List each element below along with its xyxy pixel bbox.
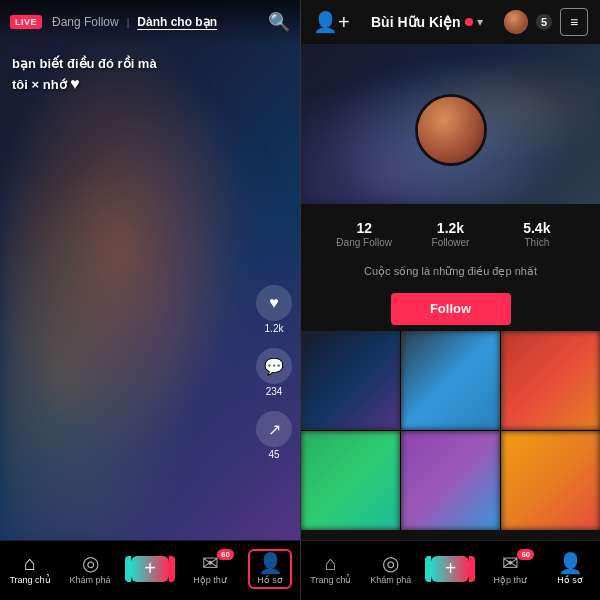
following-label: Đang Follow [325, 237, 403, 248]
grid-item-5[interactable] [401, 431, 500, 530]
video-area: bạn biết điều đó rồi mà tôi × nhớ ♥ ♥ 1.… [0, 0, 300, 540]
for-you-tab[interactable]: Dành cho bạn [133, 15, 221, 29]
left-header: LIVE Đang Follow | Dành cho bạn 🔍 [0, 0, 300, 44]
grid-item-1[interactable] [301, 331, 400, 430]
video-side-icons: ♥ 1.2k 💬 234 ↗ 45 [256, 285, 292, 460]
video-caption-overlay: bạn biết điều đó rồi mà tôi × nhớ ♥ [12, 55, 288, 96]
inbox-badge: 60 [217, 549, 234, 560]
nav-profile-right[interactable]: 👤 Hồ sơ [548, 553, 592, 585]
grid-item-2[interactable] [401, 331, 500, 430]
add-user-icon[interactable]: 👤+ [313, 10, 350, 34]
profile-avatar-container [415, 94, 487, 166]
profile-label-right: Hồ sơ [557, 575, 583, 585]
share-icon[interactable]: ↗ [256, 411, 292, 447]
create-button[interactable]: + [131, 556, 169, 582]
create-button-right[interactable]: + [431, 556, 469, 582]
profile-avatar-inner [418, 97, 484, 163]
grid-item-4[interactable] [301, 431, 400, 530]
left-phone-panel: LIVE Đang Follow | Dành cho bạn 🔍 bạn bi… [0, 0, 300, 600]
caption-line1: bạn biết điều đó rồi mà [12, 55, 288, 73]
explore-icon: ◎ [82, 553, 99, 573]
inbox-label-right: Hộp thư [494, 575, 528, 585]
header-right: 5 ≡ [504, 8, 588, 36]
nav-create-right[interactable]: + [428, 556, 472, 582]
profile-label: Hồ sơ [257, 575, 283, 585]
comment-icon[interactable]: 💬 [256, 348, 292, 384]
stat-following: 12 Đang Follow [321, 216, 407, 252]
home-label-right: Trang chủ [310, 575, 351, 585]
profile-name-header: Bùi Hữu Kiện [371, 14, 461, 30]
verified-dot [465, 18, 473, 26]
inbox-icon: ✉ [202, 553, 219, 573]
grid-item-3[interactable] [501, 331, 600, 430]
profile-stats-row: 12 Đang Follow 1.2k Follower 5.4k Thích [301, 208, 600, 260]
nav-home[interactable]: ⌂ Trang chủ [8, 553, 52, 585]
profile-icon-right: 👤 [558, 553, 583, 573]
followers-number: 1.2k [411, 220, 489, 236]
explore-label-right: Khám phá [370, 575, 411, 585]
home-icon: ⌂ [24, 553, 36, 573]
inbox-badge-right: 60 [517, 549, 534, 560]
followers-label: Follower [411, 237, 489, 248]
profile-content: 12 Đang Follow 1.2k Follower 5.4k Thích … [301, 44, 600, 540]
grid-item-6[interactable] [501, 431, 600, 530]
nav-explore-right[interactable]: ◎ Khám phá [369, 553, 413, 585]
right-bottom-nav: ⌂ Trang chủ ◎ Khám phá + ✉ 60 Hộp thư 👤 … [301, 540, 600, 600]
profile-bio-text: Cuộc sống là những điều đẹp nhất [321, 264, 580, 279]
header-tabs: Đang Follow | Dành cho bạn [48, 15, 268, 29]
chevron-down-icon[interactable]: ▾ [477, 15, 483, 29]
following-number: 12 [325, 220, 403, 236]
header-left: 👤+ [313, 10, 350, 34]
stat-followers: 1.2k Follower [407, 216, 493, 252]
follow-button[interactable]: Follow [391, 293, 511, 325]
inbox-label: Hộp thư [193, 575, 227, 585]
share-icon-wrap[interactable]: ↗ 45 [256, 411, 292, 460]
header-center: Bùi Hữu Kiện ▾ [350, 14, 504, 30]
avatar-small[interactable] [504, 10, 528, 34]
explore-label: Khám phá [69, 575, 110, 585]
nav-inbox-right[interactable]: ✉ 60 Hộp thư [488, 553, 532, 585]
following-tab[interactable]: Đang Follow [48, 15, 123, 29]
nav-home-right[interactable]: ⌂ Trang chủ [309, 553, 353, 585]
nav-profile[interactable]: 👤 Hồ sơ [248, 549, 292, 589]
profile-grid [301, 331, 600, 530]
right-header: 👤+ Bùi Hữu Kiện ▾ 5 ≡ [301, 0, 600, 44]
profile-icon: 👤 [258, 553, 283, 573]
home-label: Trang chủ [9, 575, 50, 585]
like-icon-wrap[interactable]: ♥ 1.2k [256, 285, 292, 334]
likes-number: 5.4k [498, 220, 576, 236]
nav-inbox[interactable]: ✉ 60 Hộp thư [188, 553, 232, 585]
hamburger-icon: ≡ [570, 14, 578, 30]
profile-bio-row: Cuộc sống là những điều đẹp nhất [301, 260, 600, 287]
like-count: 1.2k [265, 323, 284, 334]
left-bottom-nav: ⌂ Trang chủ ◎ Khám phá + ✉ 60 Hộp thư 👤 … [0, 540, 300, 600]
comment-icon-wrap[interactable]: 💬 234 [256, 348, 292, 397]
live-badge: LIVE [10, 15, 42, 29]
inbox-icon-right: ✉ [502, 553, 519, 573]
comment-count: 234 [266, 386, 283, 397]
explore-icon-right: ◎ [382, 553, 399, 573]
likes-label: Thích [498, 237, 576, 248]
stat-likes: 5.4k Thích [494, 216, 580, 252]
profile-avatar [415, 94, 487, 166]
menu-icon[interactable]: ≡ [560, 8, 588, 36]
search-icon[interactable]: 🔍 [268, 11, 290, 33]
profile-header-bg [301, 44, 600, 204]
share-count: 45 [268, 449, 279, 460]
right-phone-panel: 👤+ Bùi Hữu Kiện ▾ 5 ≡ [300, 0, 600, 600]
home-icon-right: ⌂ [325, 553, 337, 573]
notification-count[interactable]: 5 [536, 14, 552, 30]
like-icon[interactable]: ♥ [256, 285, 292, 321]
caption-line2: tôi × nhớ ♥ [12, 73, 288, 95]
nav-explore[interactable]: ◎ Khám phá [68, 553, 112, 585]
nav-create[interactable]: + [128, 556, 172, 582]
